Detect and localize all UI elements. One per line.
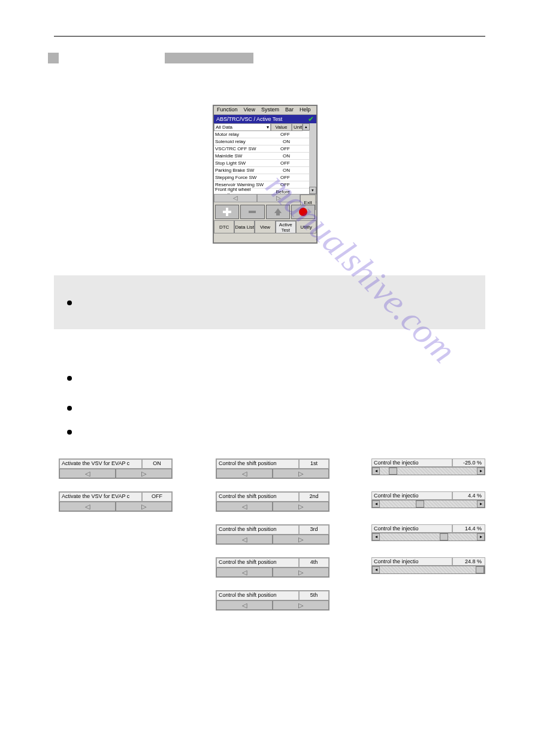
tab-utility[interactable]: Utility: [296, 220, 316, 233]
bullet-icon: [67, 300, 72, 305]
slider-thumb[interactable]: [440, 533, 448, 541]
shift-label: Control the shift position: [216, 492, 299, 502]
table-row[interactable]: Front right wheel operationBefore: [214, 189, 316, 194]
bullet-icon: [67, 406, 72, 411]
left-arrow-button[interactable]: ◁: [59, 502, 116, 511]
minus-button[interactable]: [240, 205, 264, 219]
shift-control: Control the shift position4th◁▷: [216, 557, 330, 578]
slider-left-button[interactable]: ◂: [372, 467, 380, 475]
slider-right-button[interactable]: ▸: [477, 533, 485, 541]
tab-view[interactable]: View: [255, 220, 275, 233]
shift-value: 5th: [299, 591, 329, 600]
scrollbar-track[interactable]: ▾: [309, 131, 316, 194]
table-row[interactable]: MainIdle SWON: [214, 153, 316, 160]
left-arrow-button[interactable]: ◁: [216, 469, 273, 478]
note-box: [54, 275, 485, 329]
tab-dtc[interactable]: DTC: [214, 220, 234, 233]
row-name: MainIdle SW: [214, 153, 271, 159]
tab-active-test[interactable]: Active Test: [276, 220, 296, 233]
panel-title-bar: ABS/TRC/VSC / Active Test ✔: [214, 115, 316, 123]
left-arrow-button[interactable]: ◁: [216, 600, 273, 610]
left-arrow-button[interactable]: ◁: [59, 469, 116, 478]
menu-bar-item[interactable]: Bar: [282, 106, 297, 114]
row-name: Motor relay: [214, 132, 271, 137]
col-unit: Unit: [292, 123, 303, 131]
right-arrow-button[interactable]: ▷: [116, 469, 172, 478]
inject-value: 4.4 %: [452, 491, 485, 500]
slider-track[interactable]: ◂▸: [371, 467, 485, 475]
row-value: OFF: [271, 160, 292, 166]
table-row[interactable]: Solenoid relayON: [214, 138, 316, 145]
record-button[interactable]: [291, 205, 315, 219]
row-name: Front right wheel operation: [214, 187, 271, 195]
shift-label: Control the shift position: [216, 591, 299, 600]
table-row[interactable]: Motor relayOFF: [214, 131, 316, 138]
right-arrow-button[interactable]: ▷: [273, 469, 329, 478]
shift-control: Control the shift position1st◁▷: [216, 459, 330, 479]
table-row[interactable]: Stepping Force SWOFF: [214, 174, 316, 181]
big-button-row: [214, 204, 316, 220]
menu-view[interactable]: View: [241, 106, 258, 114]
scroll-down-button[interactable]: ▾: [309, 187, 316, 194]
injection-slider: Control the injectio14.4 %◂▸: [371, 524, 485, 541]
active-test-window: Function View System Bar Help ABS/TRC/VS…: [213, 105, 318, 244]
left-arrow-button[interactable]: ◁: [216, 535, 273, 544]
shift-value: 2nd: [299, 492, 329, 502]
next-button[interactable]: ▷: [257, 194, 300, 202]
right-arrow-button[interactable]: ▷: [116, 502, 172, 511]
vsv-control-off: Activate the VSV for EVAP c OFF ◁ ▷: [59, 491, 173, 512]
right-arrow-button[interactable]: ▷: [273, 502, 329, 511]
vsv-label: Activate the VSV for EVAP c: [59, 459, 142, 469]
slider-left-button[interactable]: ◂: [372, 533, 380, 541]
up-button[interactable]: [266, 205, 290, 219]
table-row[interactable]: Parking Brake SWON: [214, 167, 316, 174]
menu-help[interactable]: Help: [297, 106, 314, 114]
lr-control: ◁ ▷: [214, 194, 300, 202]
row-value: ON: [271, 168, 292, 173]
data-select-dropdown[interactable]: All Data▾: [214, 123, 271, 131]
vsv-value-off: OFF: [142, 492, 172, 502]
slider-track[interactable]: ◂▸: [371, 566, 485, 574]
scroll-up-button[interactable]: ▴: [303, 123, 310, 130]
vsv-label: Activate the VSV for EVAP c: [59, 492, 142, 502]
menu-system[interactable]: System: [258, 106, 282, 114]
plus-button[interactable]: [215, 205, 239, 219]
slider-left-button[interactable]: ◂: [372, 500, 380, 508]
right-arrow-button[interactable]: ▷: [273, 535, 329, 544]
left-arrow-button[interactable]: ◁: [216, 502, 273, 511]
inject-label: Control the injectio: [371, 459, 452, 467]
row-value: OFF: [271, 132, 292, 137]
shift-control: Control the shift position5th◁▷: [216, 590, 330, 611]
shift-label: Control the shift position: [216, 558, 299, 567]
left-arrow-button[interactable]: ◁: [216, 567, 273, 577]
prev-button[interactable]: ◁: [214, 194, 257, 202]
svg-rect-1: [223, 211, 231, 213]
plus-icon: [222, 207, 232, 217]
section-title-box: [165, 53, 253, 63]
right-arrow-button[interactable]: ▷: [273, 567, 329, 577]
right-arrow-button[interactable]: ▷: [273, 600, 329, 610]
row-value: ON: [271, 153, 292, 159]
slider-right-button[interactable]: ▸: [477, 467, 485, 475]
table-row[interactable]: VSC/TRC OFF SWOFF: [214, 145, 316, 153]
tab-data-list[interactable]: Data List: [234, 220, 255, 233]
row-value: OFF: [271, 146, 292, 151]
injection-slider: Control the injectio4.4 %◂▸: [371, 491, 485, 508]
slider-thumb[interactable]: [416, 500, 424, 508]
slider-thumb[interactable]: [389, 467, 397, 475]
menu-function[interactable]: Function: [214, 106, 241, 114]
slider-right-button[interactable]: ▸: [477, 500, 485, 508]
bottom-tab-row: DTC Data List View Active Test Utility: [214, 220, 316, 233]
table-row[interactable]: Stop Light SWOFF: [214, 160, 316, 167]
slider-left-button[interactable]: ◂: [372, 566, 380, 573]
chevron-down-icon: ▾: [267, 125, 269, 130]
minus-icon: [247, 207, 257, 217]
data-list-table: ▾ Motor relayOFFSolenoid relayONVSC/TRC …: [214, 131, 316, 194]
slider-track[interactable]: ◂▸: [371, 500, 485, 508]
bullet-icon: [67, 430, 72, 435]
slider-track[interactable]: ◂▸: [371, 533, 485, 541]
row-value: OFF: [271, 182, 292, 187]
record-icon: [298, 207, 309, 217]
slider-thumb[interactable]: [476, 566, 484, 573]
shift-control: Control the shift position3rd◁▷: [216, 524, 330, 545]
